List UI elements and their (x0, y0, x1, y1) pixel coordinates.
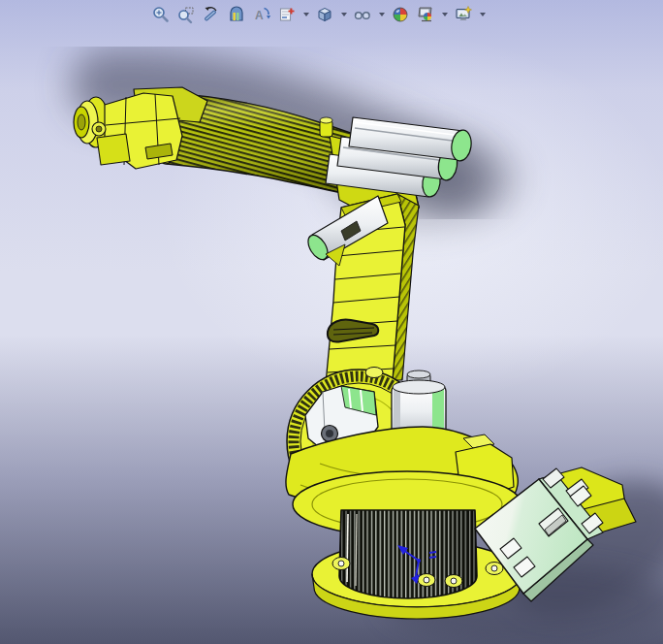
hide-show-items-button[interactable] (351, 4, 374, 26)
previous-view-icon (202, 5, 221, 24)
dynamic-annotation-views-button[interactable]: A (250, 4, 273, 26)
apply-scene-dropdown[interactable] (439, 4, 450, 26)
svg-text:A: A (255, 9, 264, 22)
zoom-to-area-icon (176, 5, 196, 24)
eyeglasses-icon (353, 5, 372, 24)
display-style-dropdown[interactable] (338, 4, 349, 26)
zoom-to-area-button[interactable] (174, 4, 198, 26)
view-settings-dropdown[interactable] (477, 4, 488, 26)
robot-model[interactable] (74, 87, 636, 619)
zoom-to-fit-button[interactable] (149, 4, 173, 26)
color-ball-icon (391, 5, 410, 24)
display-style-button[interactable] (313, 4, 336, 26)
heads-up-view-toolbar: A (149, 2, 488, 27)
edit-appearance-button[interactable] (389, 4, 412, 26)
hide-show-items-dropdown[interactable] (376, 4, 387, 26)
viewport-3d[interactable] (0, 0, 663, 644)
display-style-icon (315, 5, 334, 24)
section-view-icon (227, 5, 246, 24)
scene-ball-icon (416, 5, 435, 24)
section-view-button[interactable] (225, 4, 248, 26)
cad-application-window: A (0, 0, 663, 644)
monitor-sparkle-icon (454, 5, 473, 24)
previous-view-button[interactable] (200, 4, 223, 26)
view-settings-button[interactable] (452, 4, 475, 26)
apply-scene-button[interactable] (414, 4, 437, 26)
zoom-to-fit-icon (151, 5, 171, 24)
view-orientation-icon (277, 5, 297, 24)
view-orientation-button[interactable] (275, 4, 299, 26)
annotation-views-icon: A (252, 5, 271, 24)
view-orientation-dropdown[interactable] (300, 4, 311, 26)
